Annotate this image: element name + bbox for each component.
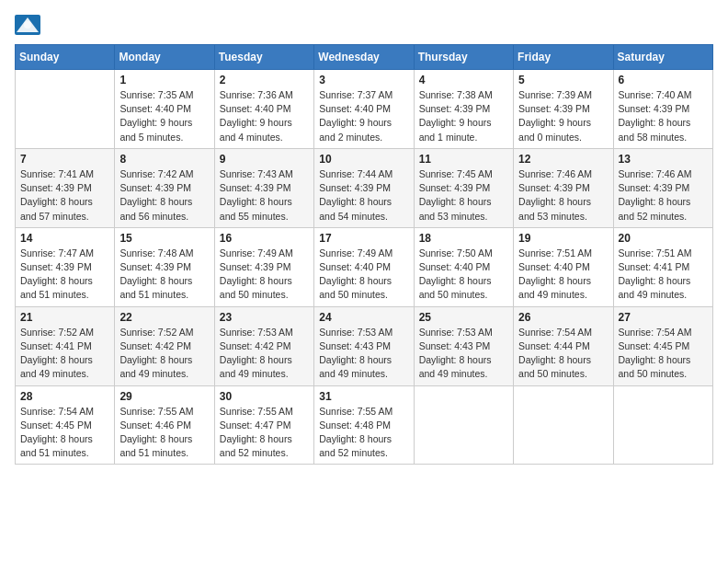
day-number: 20 — [619, 232, 708, 245]
calendar-cell: 5Sunrise: 7:39 AMSunset: 4:39 PMDaylight… — [514, 70, 613, 149]
logo — [15, 15, 42, 35]
calendar-cell: 25Sunrise: 7:53 AMSunset: 4:43 PMDayligh… — [414, 306, 513, 385]
day-info: Sunrise: 7:49 AMSunset: 4:39 PMDaylight:… — [220, 247, 309, 303]
calendar-week-row: 1Sunrise: 7:35 AMSunset: 4:40 PMDaylight… — [16, 70, 713, 149]
calendar-cell: 4Sunrise: 7:38 AMSunset: 4:39 PMDaylight… — [414, 70, 513, 149]
weekday-header-thursday: Thursday — [414, 45, 513, 70]
day-number: 6 — [619, 74, 708, 86]
day-number: 10 — [319, 153, 408, 166]
day-info: Sunrise: 7:52 AMSunset: 4:42 PMDaylight:… — [119, 326, 209, 382]
calendar-cell: 6Sunrise: 7:40 AMSunset: 4:39 PMDaylight… — [613, 70, 712, 149]
calendar-cell: 29Sunrise: 7:55 AMSunset: 4:46 PMDayligh… — [115, 385, 214, 465]
calendar-cell: 15Sunrise: 7:48 AMSunset: 4:39 PMDayligh… — [115, 227, 214, 306]
day-info: Sunrise: 7:54 AMSunset: 4:45 PMDaylight:… — [619, 326, 708, 382]
calendar-cell: 30Sunrise: 7:55 AMSunset: 4:47 PMDayligh… — [214, 385, 313, 465]
day-info: Sunrise: 7:40 AMSunset: 4:39 PMDaylight:… — [619, 88, 708, 144]
calendar-cell: 10Sunrise: 7:44 AMSunset: 4:39 PMDayligh… — [314, 148, 414, 227]
calendar-header-row: SundayMondayTuesdayWednesdayThursdayFrid… — [16, 45, 713, 70]
weekday-header-friday: Friday — [514, 45, 613, 70]
day-number: 27 — [619, 311, 708, 324]
day-number: 19 — [518, 232, 608, 245]
calendar-cell: 16Sunrise: 7:49 AMSunset: 4:39 PMDayligh… — [214, 227, 313, 306]
day-info: Sunrise: 7:42 AMSunset: 4:39 PMDaylight:… — [119, 167, 209, 224]
calendar-week-row: 7Sunrise: 7:41 AMSunset: 4:39 PMDaylight… — [16, 148, 713, 227]
day-number: 26 — [518, 311, 608, 324]
calendar-cell: 19Sunrise: 7:51 AMSunset: 4:40 PMDayligh… — [514, 227, 613, 306]
day-info: Sunrise: 7:55 AMSunset: 4:46 PMDaylight:… — [119, 405, 209, 461]
weekday-header-sunday: Sunday — [16, 45, 115, 70]
calendar-cell — [514, 385, 613, 465]
day-info: Sunrise: 7:43 AMSunset: 4:39 PMDaylight:… — [220, 167, 309, 224]
day-info: Sunrise: 7:36 AMSunset: 4:40 PMDaylight:… — [220, 88, 309, 144]
day-info: Sunrise: 7:39 AMSunset: 4:39 PMDaylight:… — [518, 88, 608, 144]
day-number: 3 — [319, 74, 408, 86]
day-number: 28 — [20, 390, 109, 403]
day-info: Sunrise: 7:53 AMSunset: 4:43 PMDaylight:… — [319, 326, 408, 382]
calendar-cell: 1Sunrise: 7:35 AMSunset: 4:40 PMDaylight… — [115, 70, 214, 149]
calendar-cell: 3Sunrise: 7:37 AMSunset: 4:40 PMDaylight… — [314, 70, 414, 149]
calendar-cell: 2Sunrise: 7:36 AMSunset: 4:40 PMDaylight… — [214, 70, 313, 149]
day-info: Sunrise: 7:46 AMSunset: 4:39 PMDaylight:… — [518, 167, 608, 224]
calendar-cell: 27Sunrise: 7:54 AMSunset: 4:45 PMDayligh… — [613, 306, 712, 385]
day-number: 12 — [518, 153, 608, 166]
day-info: Sunrise: 7:54 AMSunset: 4:44 PMDaylight:… — [518, 326, 608, 382]
calendar-cell: 18Sunrise: 7:50 AMSunset: 4:40 PMDayligh… — [414, 227, 513, 306]
day-number: 29 — [119, 390, 209, 403]
day-number: 13 — [619, 153, 708, 166]
calendar-week-row: 14Sunrise: 7:47 AMSunset: 4:39 PMDayligh… — [16, 227, 713, 306]
day-number: 2 — [220, 74, 309, 86]
calendar-cell: 13Sunrise: 7:46 AMSunset: 4:39 PMDayligh… — [613, 148, 712, 227]
day-number: 17 — [319, 232, 408, 245]
day-number: 8 — [119, 153, 209, 166]
weekday-header-wednesday: Wednesday — [314, 45, 414, 70]
day-number: 9 — [220, 153, 309, 166]
day-number: 1 — [119, 74, 209, 86]
day-info: Sunrise: 7:45 AMSunset: 4:39 PMDaylight:… — [419, 167, 508, 224]
calendar-cell: 24Sunrise: 7:53 AMSunset: 4:43 PMDayligh… — [314, 306, 414, 385]
day-info: Sunrise: 7:54 AMSunset: 4:45 PMDaylight:… — [20, 405, 109, 461]
day-info: Sunrise: 7:50 AMSunset: 4:40 PMDaylight:… — [419, 247, 508, 303]
day-number: 14 — [20, 232, 109, 245]
calendar-cell: 20Sunrise: 7:51 AMSunset: 4:41 PMDayligh… — [613, 227, 712, 306]
day-number: 16 — [220, 232, 309, 245]
day-number: 11 — [419, 153, 508, 166]
day-number: 21 — [20, 311, 109, 324]
calendar-table: SundayMondayTuesdayWednesdayThursdayFrid… — [15, 44, 713, 465]
calendar-cell: 11Sunrise: 7:45 AMSunset: 4:39 PMDayligh… — [414, 148, 513, 227]
day-info: Sunrise: 7:53 AMSunset: 4:42 PMDaylight:… — [220, 326, 309, 382]
day-info: Sunrise: 7:44 AMSunset: 4:39 PMDaylight:… — [319, 167, 408, 224]
calendar-cell: 9Sunrise: 7:43 AMSunset: 4:39 PMDaylight… — [214, 148, 313, 227]
calendar-cell: 28Sunrise: 7:54 AMSunset: 4:45 PMDayligh… — [16, 385, 115, 465]
day-number: 23 — [220, 311, 309, 324]
weekday-header-saturday: Saturday — [613, 45, 712, 70]
calendar-cell — [414, 385, 513, 465]
day-info: Sunrise: 7:35 AMSunset: 4:40 PMDaylight:… — [119, 88, 209, 144]
calendar-cell: 7Sunrise: 7:41 AMSunset: 4:39 PMDaylight… — [16, 148, 115, 227]
calendar-cell: 14Sunrise: 7:47 AMSunset: 4:39 PMDayligh… — [16, 227, 115, 306]
day-number: 22 — [119, 311, 209, 324]
day-number: 18 — [419, 232, 508, 245]
logo-icon — [15, 15, 40, 35]
day-info: Sunrise: 7:55 AMSunset: 4:48 PMDaylight:… — [319, 405, 408, 461]
day-number: 7 — [20, 153, 109, 166]
weekday-header-monday: Monday — [115, 45, 214, 70]
calendar-week-row: 21Sunrise: 7:52 AMSunset: 4:41 PMDayligh… — [16, 306, 713, 385]
calendar-cell: 8Sunrise: 7:42 AMSunset: 4:39 PMDaylight… — [115, 148, 214, 227]
calendar-cell: 12Sunrise: 7:46 AMSunset: 4:39 PMDayligh… — [514, 148, 613, 227]
calendar-cell: 26Sunrise: 7:54 AMSunset: 4:44 PMDayligh… — [514, 306, 613, 385]
day-info: Sunrise: 7:51 AMSunset: 4:41 PMDaylight:… — [619, 247, 708, 303]
day-number: 31 — [319, 390, 408, 403]
day-info: Sunrise: 7:47 AMSunset: 4:39 PMDaylight:… — [20, 247, 109, 303]
calendar-cell — [613, 385, 712, 465]
day-number: 25 — [419, 311, 508, 324]
day-info: Sunrise: 7:48 AMSunset: 4:39 PMDaylight:… — [119, 247, 209, 303]
calendar-cell: 22Sunrise: 7:52 AMSunset: 4:42 PMDayligh… — [115, 306, 214, 385]
calendar-cell — [16, 70, 115, 149]
calendar-cell: 23Sunrise: 7:53 AMSunset: 4:42 PMDayligh… — [214, 306, 313, 385]
day-info: Sunrise: 7:49 AMSunset: 4:40 PMDaylight:… — [319, 247, 408, 303]
day-info: Sunrise: 7:37 AMSunset: 4:40 PMDaylight:… — [319, 88, 408, 144]
day-info: Sunrise: 7:55 AMSunset: 4:47 PMDaylight:… — [220, 405, 309, 461]
calendar-week-row: 28Sunrise: 7:54 AMSunset: 4:45 PMDayligh… — [16, 385, 713, 465]
day-number: 24 — [319, 311, 408, 324]
day-number: 5 — [518, 74, 608, 86]
